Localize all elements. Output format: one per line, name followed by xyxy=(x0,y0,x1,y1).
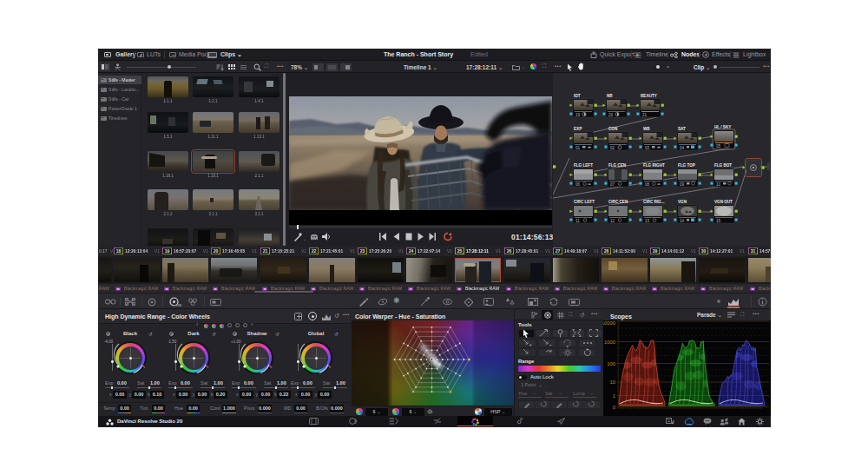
svg-text:1: 1 xyxy=(613,393,615,399)
svg-text:USM: USM xyxy=(176,303,181,307)
svg-text:VGN: VGN xyxy=(678,200,687,204)
svg-text:IOT: IOT xyxy=(574,94,581,98)
svg-text:04: 04 xyxy=(680,146,685,150)
svg-text:NR: NR xyxy=(607,94,613,98)
svg-text:11: 11 xyxy=(575,219,580,223)
svg-text:14: 14 xyxy=(680,219,685,223)
svg-text:SAT: SAT xyxy=(678,127,686,131)
svg-text:100: 100 xyxy=(607,361,615,366)
svg-text:0: 0 xyxy=(613,405,615,410)
svg-text:10: 10 xyxy=(610,379,615,385)
svg-text:12: 12 xyxy=(610,219,615,223)
svg-text:CON: CON xyxy=(608,127,618,131)
svg-text:10: 10 xyxy=(716,182,721,187)
svg-text:09: 09 xyxy=(680,182,685,187)
svg-text:10000: 10000 xyxy=(603,320,615,326)
svg-text:BEAUTY: BEAUTY xyxy=(641,94,657,98)
svg-text:FLG BOT: FLG BOT xyxy=(714,163,732,168)
svg-text:19: 19 xyxy=(575,113,581,117)
svg-text:02: 02 xyxy=(610,146,615,150)
svg-text:FLG RIGHT: FLG RIGHT xyxy=(643,163,665,168)
svg-text:FLG TOP: FLG TOP xyxy=(678,163,695,168)
svg-text:CIRC LEFT: CIRC LEFT xyxy=(574,200,595,204)
svg-text:21: 21 xyxy=(642,113,648,117)
svg-text:06: 06 xyxy=(575,182,581,187)
svg-text:1000: 1000 xyxy=(604,340,615,345)
svg-text:FLG CEN: FLG CEN xyxy=(608,163,627,168)
svg-text:01: 01 xyxy=(575,146,581,150)
svg-text:08: 08 xyxy=(645,182,650,187)
svg-text:CIRC RIG...: CIRC RIG... xyxy=(643,200,665,204)
svg-text:20: 20 xyxy=(608,113,614,117)
svg-text:VGN OUT: VGN OUT xyxy=(714,200,733,204)
svg-text:WB: WB xyxy=(643,127,650,131)
svg-text:03: 03 xyxy=(645,146,650,150)
svg-text:07: 07 xyxy=(610,182,615,187)
svg-text:13: 13 xyxy=(645,219,650,223)
svg-text:EXP: EXP xyxy=(574,127,582,131)
svg-text:HL / SKY: HL / SKY xyxy=(714,125,731,129)
svg-text:CIRC CEN: CIRC CEN xyxy=(608,200,628,204)
svg-text:FLG LEFT: FLG LEFT xyxy=(574,163,593,168)
svg-text:05: 05 xyxy=(716,144,721,148)
svg-text:15: 15 xyxy=(716,219,721,223)
